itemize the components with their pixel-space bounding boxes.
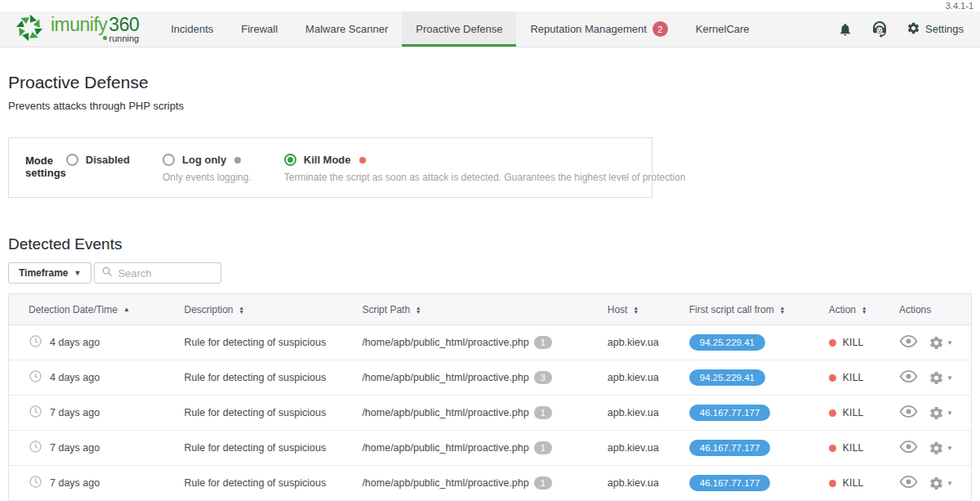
mode-option-description: Terminate the script as soon as attack i… [284, 172, 686, 183]
script-path: /home/apb/public_html/proactive.php [362, 442, 528, 454]
chevron-down-icon: ▼ [947, 374, 953, 382]
nav-items: Incidents Firewall Malware Scanner Proac… [157, 11, 763, 47]
row-actions-gear-menu[interactable]: ▼ [929, 370, 953, 386]
event-description: Rule for detecting of suspicious [184, 442, 326, 454]
nav-item-firewall[interactable]: Firewall [227, 11, 292, 47]
detection-time: 7 days ago [50, 477, 100, 489]
search-box [94, 262, 221, 284]
view-details-eye-icon[interactable] [899, 475, 918, 491]
table-row: 4 days ago Rule for detecting of suspici… [9, 360, 971, 396]
mode-option-disabled: Disabled [66, 154, 130, 183]
clock-icon [29, 369, 42, 386]
row-actions-gear-menu[interactable]: ▼ [929, 476, 953, 491]
source-ip-pill[interactable]: 94.25.229.41 [689, 334, 765, 351]
column-header-action[interactable]: Action ▲▼ [808, 294, 884, 324]
top-navbar: imunify 360 running Incidents Firewall M… [0, 11, 980, 47]
table-row: 7 days ago Rule for detecting of suspici… [9, 431, 971, 466]
column-header-script-path[interactable]: Script Path ▲▼ [341, 294, 586, 324]
settings-button[interactable]: Settings [906, 21, 964, 38]
column-header-detection-date-time[interactable]: Detection Date/Time ▲ [9, 294, 163, 324]
event-description: Rule for detecting of suspicious [184, 372, 326, 383]
notifications-bell-icon[interactable] [838, 22, 853, 37]
settings-label: Settings [925, 23, 964, 35]
detected-events-table: Detection Date/Time ▲ Description ▲▼ Scr… [8, 293, 972, 501]
mode-options: Disabled Log only Only events logging. K… [66, 154, 719, 183]
imunify360-logo[interactable]: imunify 360 running [0, 11, 157, 47]
status-dot-icon [359, 157, 366, 163]
source-ip-pill[interactable]: 46.167.77.177 [689, 405, 771, 421]
agent-status: running [51, 34, 139, 43]
action-label: KILL [843, 372, 864, 383]
page-title: Proactive Defense [8, 73, 972, 92]
view-details-eye-icon[interactable] [899, 405, 918, 421]
search-icon [101, 266, 113, 280]
event-count-badge: 3 [534, 371, 552, 384]
detection-time: 4 days ago [50, 337, 100, 348]
kill-dot-icon [829, 409, 836, 417]
source-ip-pill[interactable]: 46.167.77.177 [689, 475, 771, 491]
version-bar: 3.4.1-1 [0, 0, 980, 11]
radio-button[interactable] [163, 154, 175, 166]
host-name: apb.kiev.ua [608, 407, 659, 418]
support-agent-icon[interactable] [870, 20, 889, 39]
timeframe-dropdown[interactable]: Timeframe ▼ [8, 262, 91, 284]
column-header-description[interactable]: Description ▲▼ [163, 294, 341, 324]
detection-time: 7 days ago [50, 442, 100, 454]
detected-events-title: Detected Events [8, 235, 972, 253]
source-ip-pill[interactable]: 94.25.229.41 [689, 369, 765, 386]
table-row: 7 days ago Rule for detecting of suspici… [9, 466, 971, 501]
version-label: 3.4.1-1 [946, 1, 973, 11]
kill-dot-icon [829, 339, 836, 347]
view-details-eye-icon[interactable] [899, 369, 918, 386]
event-count-badge: 1 [534, 336, 552, 349]
host-name: apb.kiev.ua [608, 442, 659, 454]
nav-item-proactive-defense[interactable]: Proactive Defense [402, 11, 516, 47]
detection-time: 7 days ago [50, 407, 100, 418]
action-label: KILL [843, 337, 864, 348]
page-subtitle: Prevents attacks through PHP scripts [8, 100, 972, 112]
brand-name: imunify [51, 16, 107, 34]
column-header-actions: Actions [884, 294, 971, 324]
table-row: 4 days ago Rule for detecting of suspici… [9, 325, 971, 360]
row-actions-gear-menu[interactable]: ▼ [929, 441, 953, 456]
event-count-badge: 1 [534, 441, 552, 454]
table-row: 7 days ago Rule for detecting of suspici… [9, 396, 971, 431]
nav-item-malware-scanner[interactable]: Malware Scanner [292, 11, 402, 47]
column-header-host[interactable]: Host ▲▼ [586, 294, 673, 324]
row-actions-gear-menu[interactable]: ▼ [929, 335, 953, 351]
sort-icon: ▲▼ [780, 306, 785, 314]
kill-dot-icon [829, 445, 836, 452]
event-count-badge: 1 [534, 406, 552, 419]
mode-option-kill-mode: Kill Mode Terminate the script as soon a… [284, 154, 686, 183]
view-details-eye-icon[interactable] [899, 440, 918, 456]
gear-icon [906, 21, 920, 38]
nav-item-incidents[interactable]: Incidents [157, 11, 227, 47]
script-path: /home/apb/public_html/proactive.php [362, 477, 528, 489]
host-name: apb.kiev.ua [608, 337, 659, 348]
clock-icon [29, 334, 42, 351]
kill-dot-icon [829, 480, 836, 487]
event-count-badge: 1 [534, 476, 552, 490]
nav-item-kernelcare[interactable]: KernelCare [682, 11, 764, 47]
status-dot-icon [234, 157, 241, 163]
action-label: KILL [843, 477, 864, 489]
row-actions-gear-menu[interactable]: ▼ [929, 405, 953, 421]
kill-dot-icon [829, 374, 836, 382]
chevron-down-icon: ▼ [74, 269, 81, 277]
chevron-down-icon: ▼ [947, 480, 953, 487]
source-ip-pill[interactable]: 46.167.77.177 [689, 440, 771, 456]
radio-button[interactable] [284, 154, 296, 166]
event-description: Rule for detecting of suspicious [184, 337, 326, 348]
nav-right: Settings [838, 11, 980, 47]
radio-button[interactable] [66, 154, 78, 166]
running-dot-icon [103, 36, 107, 40]
mode-option-log-only: Log only Only events logging. [163, 154, 252, 183]
search-input[interactable] [118, 267, 214, 280]
imunify-pinwheel-icon [15, 13, 44, 46]
brand-suffix: 360 [109, 16, 139, 34]
clock-icon [29, 475, 42, 491]
script-path: /home/apb/public_html/proactive.php [362, 372, 528, 383]
column-header-first-script-call-from[interactable]: First script call from ▲▼ [673, 294, 808, 324]
view-details-eye-icon[interactable] [899, 334, 918, 351]
nav-item-reputation-management[interactable]: Reputation Management 2 [516, 11, 681, 47]
